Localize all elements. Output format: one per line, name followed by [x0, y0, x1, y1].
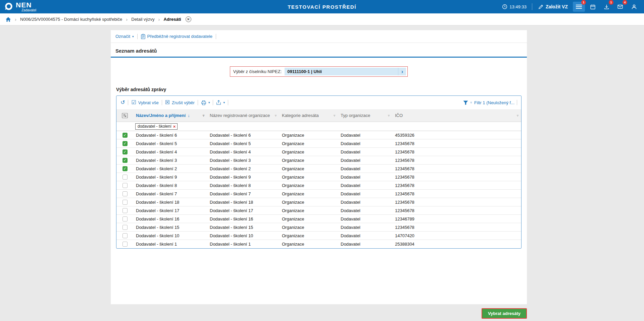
chevron-right-icon: ›	[15, 16, 16, 22]
nen-brand[interactable]: NEN Zadavatel	[4, 1, 36, 12]
cell-type: Dodavatel	[338, 208, 392, 213]
column-header-type[interactable]: Typ organizace ▿	[338, 109, 392, 122]
table-row[interactable]: Dodavatel - školení 17 Dodavatel - škole…	[116, 206, 521, 215]
cell-name: Dodavatel - školení 3	[133, 158, 207, 163]
preregister-supplier-button[interactable]: Předběžně registrovat dodavatele	[141, 34, 212, 39]
separator	[532, 3, 532, 10]
cell-category: Organizace	[279, 158, 338, 163]
menu-button[interactable]: 1	[573, 2, 585, 12]
table-row[interactable]: Dodavatel - školení 8 Dodavatel - školen…	[116, 181, 521, 190]
cell-type: Dodavatel	[338, 166, 392, 171]
table-row[interactable]: ✓ Dodavatel - školení 6 Dodavatel - škol…	[116, 131, 521, 139]
row-checkbox[interactable]	[122, 242, 128, 247]
column-header-ico[interactable]: IČO ▿	[392, 109, 521, 122]
caret-down-icon: ▾	[208, 101, 210, 104]
remove-filter-icon[interactable]: ×	[173, 124, 176, 129]
cell-name: Dodavatel - školení 9	[133, 175, 207, 180]
table-row[interactable]: Dodavatel - školení 15 Dodavatel - škole…	[116, 223, 521, 232]
row-checkbox[interactable]	[122, 200, 128, 205]
downloads-button[interactable]: 1	[600, 2, 612, 12]
column-filter-caret-icon[interactable]: ▿	[388, 114, 390, 117]
table-row[interactable]: Dodavatel - školení 10 Dodavatel - škole…	[116, 232, 521, 240]
print-button[interactable]: ▾	[201, 100, 210, 105]
clear-selection-button[interactable]: ☒ Zrušit výběr	[165, 100, 195, 105]
row-checkbox[interactable]: ✓	[122, 133, 128, 138]
filter-icon[interactable]	[463, 101, 468, 105]
menu-badge: 1	[581, 0, 586, 5]
clock-icon	[502, 4, 507, 9]
table-row[interactable]: Dodavatel - školení 16 Dodavatel - škole…	[116, 215, 521, 223]
table-row[interactable]: ✓ Dodavatel - školení 2 Dodavatel - škol…	[116, 165, 521, 173]
refresh-button[interactable]: ↺	[120, 100, 125, 105]
row-checkbox[interactable]	[122, 225, 128, 230]
cell-org: Dodavatel - školení 7	[207, 191, 279, 196]
cell-type: Dodavatel	[338, 149, 392, 154]
column-header-category[interactable]: Kategorie adresáta ▿	[279, 109, 338, 122]
filter-row: dodavatel - školení ×	[116, 122, 521, 131]
select-all-button[interactable]: ☑ Vybrat vše	[131, 100, 158, 105]
row-checkbox[interactable]: ✓	[122, 149, 128, 154]
export-button[interactable]: ▾	[216, 100, 225, 105]
breadcrumb-item-contract[interactable]: N006/25/V00004575 - Domácí kuchyňské spo…	[20, 17, 122, 22]
breadcrumb-item-detail[interactable]: Detail výzvy	[131, 17, 154, 22]
table-row[interactable]: Dodavatel - školení 1 Dodavatel - školen…	[116, 240, 521, 248]
cell-category: Organizace	[279, 216, 338, 221]
calendar-icon	[590, 4, 596, 10]
home-icon[interactable]	[5, 17, 11, 22]
cell-org: Dodavatel - školení 1	[207, 242, 279, 247]
cell-category: Organizace	[279, 133, 338, 138]
cell-category: Organizace	[279, 242, 338, 247]
caret-down-icon[interactable]: ▿	[470, 101, 472, 104]
table-header: Název/Jméno a příjmení ↓ ▿ Název registr…	[116, 109, 521, 122]
active-filter-label[interactable]: Filtr 1 (Neuložený f...	[474, 100, 514, 105]
page-toolbar: Označit ▾ Předběžně registrovat dodavate…	[111, 30, 527, 43]
column-filter-caret-icon[interactable]: ▿	[275, 114, 277, 117]
table-row[interactable]: Dodavatel - školení 7 Dodavatel - školen…	[116, 190, 521, 198]
column-header-name[interactable]: Název/Jméno a příjmení ↓ ▿	[133, 109, 207, 122]
cell-type: Dodavatel	[338, 183, 392, 188]
messages-button[interactable]: 4	[614, 2, 626, 12]
row-checkbox[interactable]	[122, 208, 128, 213]
checkbox-checked-icon: ☑	[131, 100, 136, 105]
table-body: ✓ Dodavatel - školení 6 Dodavatel - škol…	[116, 131, 521, 248]
cell-name: Dodavatel - školení 8	[133, 183, 207, 188]
cell-name: Dodavatel - školení 10	[133, 233, 207, 238]
row-checkbox[interactable]: ✓	[122, 141, 128, 146]
table-row[interactable]: ✓ Dodavatel - školení 4 Dodavatel - škol…	[116, 148, 521, 156]
column-filter-caret-icon[interactable]: ▿	[203, 114, 204, 117]
cell-org: Dodavatel - školení 15	[207, 225, 279, 230]
row-checkbox[interactable]	[122, 191, 128, 196]
table-row[interactable]: Dodavatel - školení 18 Dodavatel - škole…	[116, 198, 521, 206]
cell-type: Dodavatel	[338, 141, 392, 146]
table-row[interactable]: ✓ Dodavatel - školení 3 Dodavatel - škol…	[116, 156, 521, 165]
select-addressees-button[interactable]: Vybrat adresáty	[482, 308, 527, 319]
cell-name: Dodavatel - školení 2	[133, 166, 207, 171]
caret-down-icon: ▾	[223, 101, 225, 104]
cell-ico: 14707420	[392, 233, 521, 238]
cell-category: Organizace	[279, 200, 338, 205]
row-checkbox[interactable]: ✓	[122, 166, 128, 171]
column-filter-caret-icon[interactable]: ▿	[334, 114, 335, 117]
row-checkbox[interactable]	[122, 175, 128, 180]
row-checkbox[interactable]	[122, 216, 128, 221]
user-button[interactable]	[628, 2, 640, 12]
mark-dropdown[interactable]: Označit ▾	[115, 34, 134, 39]
create-vz-button[interactable]: Založit VZ	[535, 4, 571, 9]
table-row[interactable]: ✓ Dodavatel - školení 5 Dodavatel - škol…	[116, 139, 521, 148]
close-tab-icon[interactable]: ✕	[186, 16, 191, 22]
chevron-right-icon[interactable]: ›	[398, 68, 406, 75]
row-checkbox[interactable]	[122, 233, 128, 238]
calendar-button[interactable]	[587, 2, 599, 12]
column-header-org[interactable]: Název registrované organizace ▿	[207, 109, 279, 122]
filter-chip[interactable]: dodavatel - školení ×	[135, 123, 178, 130]
row-checkbox[interactable]: ✓	[122, 158, 128, 163]
cell-type: Dodavatel	[338, 158, 392, 163]
column-filter-caret-icon[interactable]: ▿	[517, 114, 518, 117]
column-chooser[interactable]	[116, 109, 133, 122]
row-checkbox[interactable]	[122, 183, 128, 188]
table-row[interactable]: Dodavatel - školení 9 Dodavatel - školen…	[116, 173, 521, 181]
cell-category: Organizace	[279, 166, 338, 171]
breadcrumb-item-adresati[interactable]: Adresáti	[164, 17, 181, 22]
nipez-label: Výběr z číselníku NIPEZ:	[233, 69, 282, 74]
nipez-field[interactable]: 09111100-1 | Uhlí ›	[285, 68, 406, 75]
